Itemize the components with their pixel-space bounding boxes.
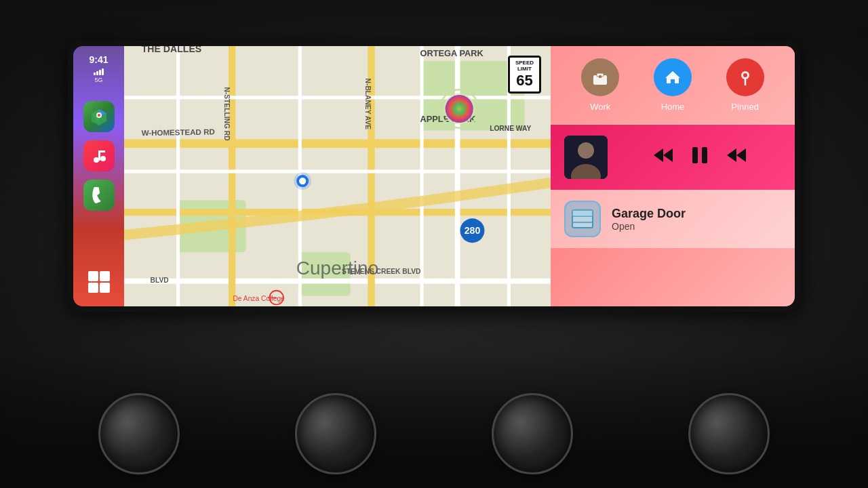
svg-rect-47 — [599, 75, 601, 78]
svg-point-52 — [578, 142, 594, 159]
speed-limit-value: 65 — [515, 73, 534, 89]
home-icon-circle — [654, 58, 692, 96]
bottom-bar — [88, 271, 110, 298]
signal-display: 5G — [94, 68, 104, 83]
svg-rect-13 — [124, 139, 551, 148]
pinned-icon-circle — [726, 58, 764, 96]
svg-rect-23 — [420, 46, 423, 306]
svg-marker-59 — [736, 148, 746, 162]
svg-text:280: 280 — [465, 225, 481, 236]
svg-point-5 — [94, 157, 99, 163]
svg-rect-8 — [98, 150, 105, 152]
pause-button[interactable] — [690, 145, 709, 170]
garage-title: Garage Door — [612, 207, 686, 221]
phone-app-icon[interactable] — [83, 180, 115, 211]
home-label: Home — [661, 102, 685, 112]
nav-shortcuts: Work Home — [551, 46, 795, 125]
car-dashboard: 9:41 5G — [0, 0, 868, 488]
pinned-label: Pinned — [731, 102, 758, 112]
app-icons — [83, 94, 115, 271]
svg-text:N-BLANEY AVE: N-BLANEY AVE — [364, 79, 372, 130]
nav-item-home[interactable]: Home — [654, 58, 692, 112]
grid-menu-icon[interactable] — [88, 271, 110, 293]
svg-point-4 — [98, 114, 100, 117]
svg-text:W-HOMESTEAD RD: W-HOMESTEAD RD — [141, 127, 214, 137]
signal-bar-3 — [99, 70, 101, 75]
svg-point-39 — [299, 178, 306, 184]
svg-marker-48 — [665, 71, 680, 83]
speed-limit-label: SPEEDLIMIT — [515, 60, 534, 73]
svg-rect-57 — [702, 147, 707, 163]
svg-rect-20 — [124, 169, 551, 173]
vent-center-right — [492, 393, 573, 474]
speed-limit-sign: SPEEDLIMIT 65 — [508, 56, 541, 94]
music-app-icon[interactable] — [83, 140, 115, 171]
svg-text:N-STELLING RD: N-STELLING RD — [223, 87, 231, 140]
nav-item-work[interactable]: Work — [581, 58, 619, 112]
map-section[interactable]: W-HOMESTEAD RD N-STELLING RD N-BLANEY AV… — [124, 46, 551, 306]
svg-text:BLVD: BLVD — [151, 277, 169, 284]
svg-point-36 — [446, 95, 473, 123]
album-art — [564, 136, 608, 179]
garage-info: Garage Door Open — [612, 207, 686, 232]
network-type: 5G — [94, 77, 104, 83]
dashboard-frame: 9:41 5G — [68, 41, 800, 312]
work-icon-circle — [581, 58, 619, 96]
work-label: Work — [590, 102, 610, 112]
vent-left — [98, 393, 180, 474]
svg-point-50 — [743, 73, 747, 77]
svg-text:LORNE WAY: LORNE WAY — [490, 125, 531, 132]
svg-rect-21 — [176, 46, 180, 306]
svg-marker-54 — [663, 148, 673, 162]
garage-widget[interactable]: Garage Door Open — [551, 190, 795, 248]
svg-rect-18 — [455, 46, 460, 306]
city-label: Cupertino — [296, 258, 378, 279]
right-panel: Work Home — [551, 46, 795, 306]
signal-bars — [94, 68, 104, 75]
svg-text:De Anza College: De Anza College — [233, 295, 285, 302]
svg-rect-63 — [572, 210, 593, 216]
time-display: 9:41 — [89, 54, 108, 66]
carplay-screen: 9:41 5G — [73, 46, 795, 306]
signal-bar-2 — [96, 71, 98, 75]
signal-bar-1 — [94, 73, 96, 75]
garage-status: Open — [612, 221, 686, 232]
vent-center-left — [295, 393, 376, 474]
music-player — [551, 125, 795, 190]
rewind-button[interactable] — [652, 146, 674, 169]
svg-point-6 — [100, 156, 106, 161]
svg-rect-56 — [692, 147, 698, 163]
bottom-car-area — [0, 352, 868, 488]
svg-rect-16 — [229, 46, 235, 306]
svg-marker-58 — [727, 148, 736, 162]
svg-text:THE DALLES: THE DALLES — [142, 46, 202, 54]
garage-icon — [564, 201, 601, 237]
music-controls — [618, 145, 781, 170]
svg-rect-19 — [124, 96, 551, 99]
forward-button[interactable] — [726, 146, 747, 169]
top-bar — [0, 0, 868, 37]
nav-item-pinned[interactable]: Pinned — [726, 58, 764, 112]
sidebar: 9:41 5G — [73, 46, 124, 306]
maps-app-icon[interactable] — [83, 101, 115, 132]
svg-marker-55 — [654, 148, 663, 162]
svg-text:ORTEGA PARK: ORTEGA PARK — [420, 48, 484, 58]
signal-bar-4 — [102, 68, 104, 75]
vent-right — [688, 393, 770, 474]
